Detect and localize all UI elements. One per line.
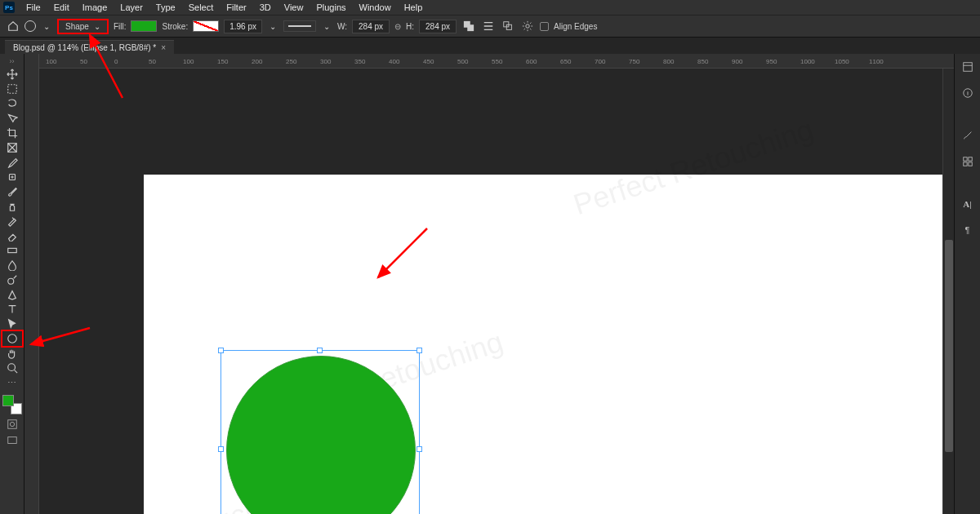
menu-type[interactable]: Type — [149, 1, 182, 14]
document-tab[interactable]: Blog.psd @ 114% (Ellipse 1, RGB/8#) * × — [5, 40, 174, 54]
options-bar: ⌄ Shape⌄ Fill: Stroke: 1.96 px ⌄ ⌄ W: 28… — [0, 15, 980, 38]
fill-swatch[interactable] — [131, 20, 157, 32]
document-area: 100 50 0 50 100 150 200 250 300 350 400 … — [24, 54, 954, 514]
handle-tl[interactable] — [218, 348, 224, 353]
tools-panel: ›› ⋯ — [0, 54, 24, 514]
panel-character-icon[interactable]: A| — [960, 196, 976, 212]
align-edges-label: Align Edges — [554, 22, 597, 31]
gradient-tool[interactable] — [2, 243, 22, 258]
history-brush-tool[interactable] — [2, 214, 22, 228]
menu-image[interactable]: Image — [76, 1, 114, 14]
menu-window[interactable]: Window — [353, 1, 398, 14]
ellipse-shape[interactable] — [226, 356, 416, 514]
svg-point-4 — [526, 24, 529, 28]
path-arrange-icon[interactable] — [501, 19, 515, 33]
svg-point-11 — [7, 364, 15, 371]
svg-rect-18 — [968, 157, 971, 161]
horizontal-ruler: 100 50 0 50 100 150 200 250 300 350 400 … — [39, 54, 954, 69]
scrollbar-thumb[interactable] — [945, 240, 953, 452]
menu-select[interactable]: Select — [182, 1, 220, 14]
brush-tool[interactable] — [2, 184, 22, 199]
svg-rect-8 — [7, 248, 16, 252]
gear-icon[interactable] — [520, 19, 535, 33]
blur-tool[interactable] — [2, 258, 22, 273]
workspace: ›› ⋯ 100 — [0, 54, 980, 514]
frame-tool[interactable] — [2, 140, 22, 155]
svg-point-13 — [10, 422, 14, 426]
toolbar-expand-icon[interactable]: ›› — [10, 57, 15, 65]
height-input[interactable]: 284 px — [419, 20, 457, 33]
right-panel-dock: A| ¶ — [954, 54, 980, 514]
panel-brushes-icon[interactable] — [960, 127, 976, 144]
screen-mode-icon[interactable] — [4, 434, 20, 447]
home-icon[interactable] — [7, 20, 20, 33]
svg-rect-15 — [963, 63, 972, 72]
panel-paragraph-icon[interactable]: ¶ — [960, 222, 976, 238]
menu-filter[interactable]: Filter — [220, 1, 252, 14]
handle-tr[interactable] — [416, 348, 422, 353]
handle-mr[interactable] — [416, 446, 422, 452]
stroke-width-dd[interactable]: ⌄ — [267, 22, 278, 31]
watermark: Perfect Retouching — [569, 113, 817, 223]
dodge-tool[interactable] — [2, 273, 22, 287]
marquee-tool[interactable] — [2, 82, 22, 96]
menubar: Ps File Edit Image Layer Type Select Fil… — [0, 0, 980, 15]
menu-view[interactable]: View — [278, 1, 310, 14]
menu-file[interactable]: File — [20, 1, 47, 14]
fill-label: Fill: — [114, 22, 127, 31]
svg-rect-1 — [467, 24, 474, 31]
eraser-tool[interactable] — [2, 228, 22, 243]
path-operations-icon[interactable] — [461, 19, 476, 33]
zoom-tool[interactable] — [2, 361, 22, 375]
vertical-scrollbar[interactable] — [942, 69, 954, 514]
ellipse-tool-icon[interactable] — [24, 20, 36, 32]
handle-tm[interactable] — [317, 348, 323, 353]
panel-libraries-icon[interactable] — [960, 59, 976, 75]
svg-rect-20 — [968, 162, 971, 166]
panel-info-icon[interactable] — [960, 85, 976, 101]
clone-tool[interactable] — [2, 199, 22, 214]
menu-help[interactable]: Help — [398, 1, 430, 14]
stroke-swatch[interactable] — [193, 20, 219, 32]
stroke-style-chevron[interactable]: ⌄ — [321, 22, 332, 31]
document-tab-strip: Blog.psd @ 114% (Ellipse 1, RGB/8#) * × — [0, 38, 980, 54]
edit-toolbar-icon[interactable]: ⋯ — [2, 375, 22, 390]
stroke-width-input[interactable]: 1.96 px — [224, 20, 262, 33]
link-wh-icon[interactable]: ⊖ — [394, 22, 401, 31]
eyedropper-tool[interactable] — [2, 155, 22, 170]
shape-mode-dropdown[interactable]: Shape⌄ — [57, 19, 109, 34]
pen-tool[interactable] — [2, 287, 22, 302]
stroke-style-dd[interactable] — [283, 20, 316, 32]
handle-ml[interactable] — [218, 446, 224, 452]
healing-tool[interactable] — [2, 170, 22, 184]
shape-bounding-box[interactable] — [220, 350, 420, 514]
canvas-viewport[interactable]: Perfect Retouching Perfect Retouching Pe… — [39, 69, 954, 514]
path-select-tool[interactable] — [2, 317, 22, 331]
shape-mode-label: Shape — [65, 22, 89, 31]
width-label: W: — [337, 22, 347, 31]
type-tool[interactable] — [2, 302, 22, 317]
path-align-icon[interactable] — [481, 19, 496, 33]
document-tab-title: Blog.psd @ 114% (Ellipse 1, RGB/8#) * — [13, 43, 156, 52]
menu-3d[interactable]: 3D — [253, 1, 278, 14]
menu-layer[interactable]: Layer — [114, 1, 149, 14]
ellipse-shape-tool[interactable] — [2, 331, 22, 346]
menu-edit[interactable]: Edit — [47, 1, 76, 14]
align-edges-checkbox[interactable] — [540, 22, 549, 31]
close-tab-icon[interactable]: × — [161, 43, 166, 52]
menu-plugins[interactable]: Plugins — [310, 1, 352, 14]
tool-preset-dd[interactable]: ⌄ — [41, 22, 52, 31]
svg-point-10 — [7, 335, 16, 343]
crop-tool[interactable] — [2, 126, 22, 140]
hand-tool[interactable] — [2, 346, 22, 361]
foreground-color[interactable] — [2, 395, 14, 406]
quick-select-tool[interactable] — [2, 111, 22, 126]
width-input[interactable]: 284 px — [352, 20, 390, 33]
panel-swatches-icon[interactable] — [960, 153, 976, 170]
move-tool[interactable] — [2, 67, 22, 82]
svg-rect-14 — [7, 437, 16, 444]
svg-rect-19 — [963, 162, 966, 166]
lasso-tool[interactable] — [2, 96, 22, 111]
quick-mask-icon[interactable] — [4, 418, 20, 431]
color-swatches[interactable] — [2, 395, 22, 414]
